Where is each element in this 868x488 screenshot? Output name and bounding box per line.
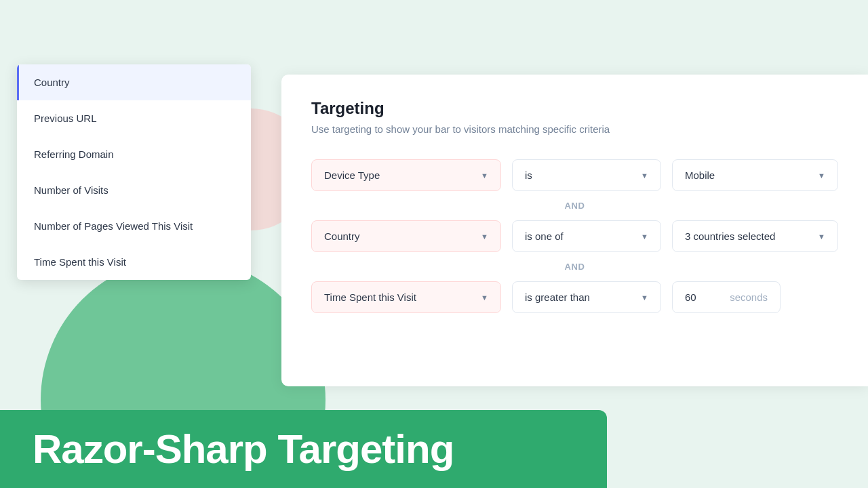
operator-dropdown-device-type[interactable]: is ▼ bbox=[512, 159, 661, 191]
field-label-country: Country bbox=[324, 230, 360, 242]
value-input-time-spent[interactable]: 60 seconds bbox=[672, 281, 781, 313]
operator-label-country: is one of bbox=[525, 230, 564, 242]
list-item-time-spent[interactable]: Time Spent this Visit bbox=[17, 244, 251, 280]
dropdown-list: Country Previous URL Referring Domain Nu… bbox=[17, 64, 251, 280]
operator-caret-country: ▼ bbox=[641, 232, 648, 241]
value-number-time-spent: 60 bbox=[685, 291, 724, 303]
field-caret-country: ▼ bbox=[481, 232, 488, 241]
value-dropdown-device-type[interactable]: Mobile ▼ bbox=[672, 159, 838, 191]
operator-label-device-type: is bbox=[525, 169, 532, 181]
bottom-banner: Razor-Sharp Targeting bbox=[0, 410, 607, 488]
value-label-country: 3 countries selected bbox=[685, 230, 775, 242]
targeting-panel: Targeting Use targeting to show your bar… bbox=[281, 75, 868, 386]
field-label-device-type: Device Type bbox=[324, 169, 380, 181]
field-dropdown-time-spent[interactable]: Time Spent this Visit ▼ bbox=[311, 281, 501, 313]
list-item-country[interactable]: Country bbox=[17, 64, 251, 100]
field-caret-device-type: ▼ bbox=[481, 171, 488, 180]
filter-row-device-type: Device Type ▼ is ▼ Mobile ▼ bbox=[311, 159, 838, 191]
and-divider-1: AND bbox=[311, 201, 838, 211]
filter-row-time-spent: Time Spent this Visit ▼ is greater than … bbox=[311, 281, 838, 313]
list-item-previous-url[interactable]: Previous URL bbox=[17, 100, 251, 136]
list-item-referring-domain[interactable]: Referring Domain bbox=[17, 136, 251, 172]
operator-caret-time-spent: ▼ bbox=[641, 293, 648, 302]
panel-title: Targeting bbox=[311, 99, 838, 118]
banner-text: Razor-Sharp Targeting bbox=[33, 429, 454, 470]
operator-dropdown-time-spent[interactable]: is greater than ▼ bbox=[512, 281, 661, 313]
filter-row-country: Country ▼ is one of ▼ 3 countries select… bbox=[311, 220, 838, 252]
list-item-pages-viewed[interactable]: Number of Pages Viewed This Visit bbox=[17, 208, 251, 244]
value-dropdown-country[interactable]: 3 countries selected ▼ bbox=[672, 220, 838, 252]
list-item-number-of-visits[interactable]: Number of Visits bbox=[17, 172, 251, 208]
panel-subtitle: Use targeting to show your bar to visito… bbox=[311, 123, 838, 135]
operator-dropdown-country[interactable]: is one of ▼ bbox=[512, 220, 661, 252]
field-label-time-spent: Time Spent this Visit bbox=[324, 291, 416, 303]
value-unit-time-spent: seconds bbox=[730, 291, 768, 303]
and-divider-2: AND bbox=[311, 262, 838, 272]
value-label-device-type: Mobile bbox=[685, 169, 715, 181]
operator-caret-device-type: ▼ bbox=[641, 171, 648, 180]
operator-label-time-spent: is greater than bbox=[525, 291, 590, 303]
field-dropdown-country[interactable]: Country ▼ bbox=[311, 220, 501, 252]
value-caret-device-type: ▼ bbox=[818, 171, 825, 180]
field-dropdown-device-type[interactable]: Device Type ▼ bbox=[311, 159, 501, 191]
field-caret-time-spent: ▼ bbox=[481, 293, 488, 302]
value-caret-country: ▼ bbox=[818, 232, 825, 241]
